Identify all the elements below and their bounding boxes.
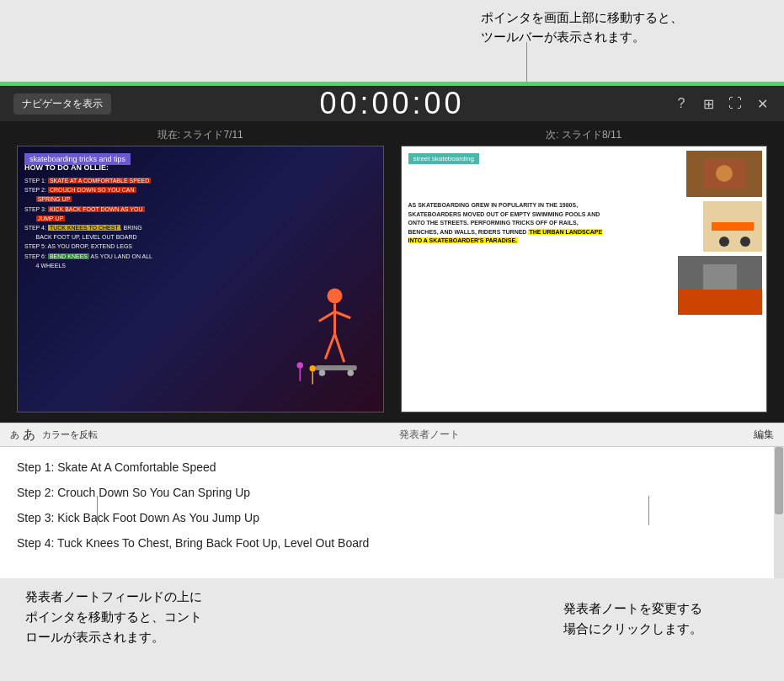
notes-step-2: Step 2: Crouch Down So You Can Spring Up <box>17 481 767 504</box>
next-slide-photo1 <box>686 151 762 197</box>
grid-icon[interactable]: ⊞ <box>700 96 717 112</box>
slide-title: HOW TO DO AN OLLIE: <box>24 163 109 173</box>
notes-edit-button[interactable]: 編集 <box>754 428 774 442</box>
next-slide-photo3 <box>678 256 762 315</box>
notes-step-3: Step 3: Kick Back Foot Down As You Jump … <box>17 506 767 529</box>
svg-point-0 <box>327 289 342 304</box>
svg-rect-6 <box>316 365 357 370</box>
svg-point-9 <box>296 362 303 369</box>
font-small-button[interactable]: あ <box>10 428 19 441</box>
svg-line-2 <box>318 311 334 321</box>
svg-point-15 <box>716 165 733 182</box>
current-slide-section: 現在: スライド7/11 skateboarding tricks and ti… <box>17 128 384 412</box>
current-slide-content: skateboarding tricks and tips HOW TO DO … <box>18 146 383 412</box>
svg-line-4 <box>325 334 334 359</box>
list-item: STEP 3: KICK BACK FOOT DOWN AS YOU JUMP … <box>24 205 262 223</box>
next-slide-tag: street skateboarding <box>408 153 480 164</box>
svg-point-18 <box>719 237 729 247</box>
header-icons: ? ⊞ ⛶ ✕ <box>673 96 771 112</box>
svg-rect-22 <box>703 264 737 290</box>
next-slide-section: 次: スライド8/11 street skateboarding <box>401 128 768 412</box>
notes-content[interactable]: Step 1: Skate At A Comfortable Speed Ste… <box>0 447 784 578</box>
svg-point-11 <box>309 365 316 372</box>
close-icon[interactable]: ✕ <box>754 96 771 112</box>
list-item: STEP 5: AS YOU DROP, EXTEND LEGS <box>24 242 262 251</box>
list-item: STEP 1: SKATE AT A COMFORTABLE SPEED <box>24 176 262 185</box>
slides-area: 現在: スライド7/11 skateboarding tricks and ti… <box>0 121 784 423</box>
svg-rect-17 <box>712 222 754 231</box>
current-slide-label: 現在: スライド7/11 <box>17 128 384 142</box>
notes-scrollbar[interactable] <box>774 447 784 578</box>
notes-step-4: Step 4: Tuck Knees To Chest, Bring Back … <box>17 531 767 555</box>
presentation-window: ナビゲータを表示 00:00:00 ? ⊞ ⛶ ✕ 現在: スライド7/11 s… <box>0 86 784 423</box>
help-icon[interactable]: ? <box>673 96 690 111</box>
next-slide-content: street skateboarding <box>402 146 767 412</box>
next-slide-text: AS SKATEBOARDING GREW IN POPULARITY IN T… <box>408 201 609 246</box>
annotation-bottom-left: 発表者ノートフィールドの上に ポインタを移動すると、コント ロールが表示されます… <box>25 587 211 647</box>
svg-point-8 <box>347 370 354 376</box>
scrollbar-thumb[interactable] <box>775 447 783 514</box>
slide-steps: STEP 1: SKATE AT A COMFORTABLE SPEED STE… <box>24 176 262 270</box>
notes-toolbar: あ あ カラーを反転 発表者ノート 編集 <box>0 423 784 447</box>
notes-label: 発表者ノート <box>104 428 754 442</box>
next-slide-label: 次: スライド8/11 <box>401 128 768 142</box>
skateboarder-figure <box>278 277 379 403</box>
list-item: STEP 4: TUCK KNEES TO CHEST, BRING BACK … <box>24 223 262 242</box>
list-item: STEP 2: CROUCH DOWN SO YOU CAN SPRING UP <box>24 185 262 204</box>
annotation-top-right: ポインタを画面上部に移動すると、 ツールバーが表示されます。 <box>481 8 750 46</box>
nav-button[interactable]: ナビゲータを表示 <box>13 93 111 114</box>
green-progress-bar <box>0 82 784 86</box>
font-large-button[interactable]: あ <box>23 427 35 443</box>
list-item: STEP 6: BEND KNEES AS YOU LAND ON ALL 4 … <box>24 252 262 270</box>
next-slide-photo2 <box>703 201 762 252</box>
next-slide-frame: street skateboarding <box>401 146 768 412</box>
presentation-header: ナビゲータを表示 00:00:00 ? ⊞ ⛶ ✕ <box>0 86 784 121</box>
expand-icon[interactable]: ⛶ <box>727 96 744 111</box>
notes-step-1: Step 1: Skate At A Comfortable Speed <box>17 455 767 479</box>
svg-line-5 <box>334 334 344 363</box>
annotation-line-bottom-right <box>648 496 649 525</box>
annotation-line-bottom-left <box>97 496 98 525</box>
notes-container: あ あ カラーを反転 発表者ノート 編集 Step 1: Skate At A … <box>0 423 784 578</box>
annotation-top-text: ポインタを画面上部に移動すると、 ツールバーが表示されます。 <box>481 10 683 44</box>
color-invert-button[interactable]: カラーを反転 <box>42 428 98 441</box>
current-slide-frame: skateboarding tricks and tips HOW TO DO … <box>17 146 384 412</box>
svg-line-3 <box>334 311 350 318</box>
timer-display: 00:00:00 <box>111 86 673 121</box>
svg-point-7 <box>318 370 325 376</box>
annotation-bottom-right: 発表者ノートを変更する 場合にクリックします。 <box>548 599 717 639</box>
svg-point-19 <box>740 237 750 247</box>
svg-rect-21 <box>678 290 762 315</box>
